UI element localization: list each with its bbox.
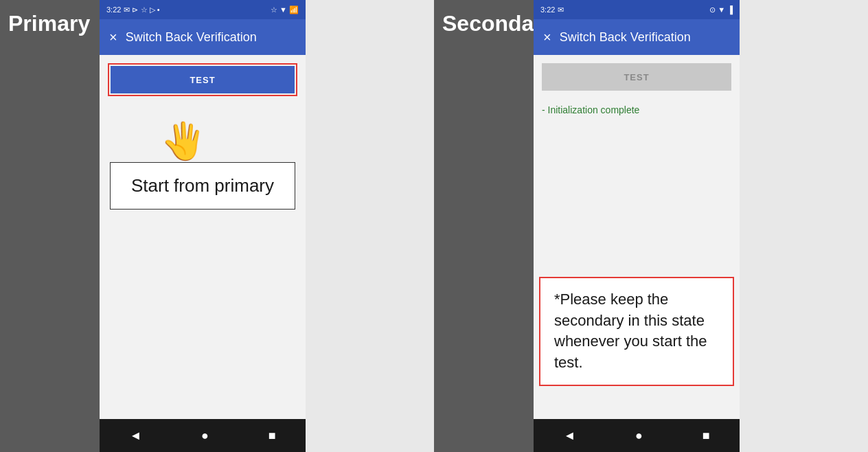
secondary-status-right: ⊙ ▼ ▐ <box>709 5 733 14</box>
primary-panel: Primary 3:22 ✉ ⊳ ☆ ▷ • ☆ ▼ 📶 × Switch Ba… <box>0 0 434 452</box>
secondary-spacer <box>740 0 868 452</box>
primary-close-icon[interactable]: × <box>109 30 117 45</box>
secondary-status-left: 3:22 ✉ <box>540 5 564 14</box>
primary-test-btn-wrapper: TEST <box>108 63 297 96</box>
primary-time: 3:22 <box>106 5 121 14</box>
secondary-init-text: - Initialization complete <box>542 104 639 115</box>
secondary-test-button: TEST <box>542 63 731 91</box>
primary-test-button[interactable]: TEST <box>111 66 295 93</box>
secondary-phone: 3:22 ✉ ⊙ ▼ ▐ × Switch Back Verification … <box>534 0 740 452</box>
primary-label: Primary <box>8 11 90 36</box>
primary-phone: 3:22 ✉ ⊳ ☆ ▷ • ☆ ▼ 📶 × Switch Back Verif… <box>100 0 306 452</box>
secondary-content: TEST - Initialization complete *Please k… <box>534 55 740 419</box>
secondary-home-icon[interactable]: ● <box>635 429 643 443</box>
note-box: *Please keep the secondary in this state… <box>539 277 734 386</box>
secondary-label-area: Secondary <box>434 0 534 452</box>
primary-status-right: ☆ ▼ 📶 <box>271 5 299 14</box>
primary-back-icon[interactable]: ◄ <box>129 429 141 443</box>
primary-spacer <box>306 0 434 452</box>
secondary-time: 3:22 <box>540 5 555 14</box>
secondary-recent-icon[interactable]: ■ <box>703 429 710 443</box>
primary-signal-icon: ☆ ▼ 📶 <box>271 5 299 14</box>
primary-app-bar-title: Switch Back Verification <box>126 30 257 45</box>
secondary-signal-icon: ⊙ ▼ ▐ <box>709 5 733 14</box>
primary-status-left: 3:22 ✉ ⊳ ☆ ▷ • <box>106 5 160 14</box>
secondary-status-bar: 3:22 ✉ ⊙ ▼ ▐ <box>534 0 740 19</box>
secondary-app-bar: × Switch Back Verification <box>534 19 740 55</box>
cursor-hand-icon: 🖐 <box>161 120 206 162</box>
secondary-status-icons: ✉ <box>558 5 564 14</box>
secondary-back-icon[interactable]: ◄ <box>563 429 575 443</box>
secondary-app-bar-title: Switch Back Verification <box>560 30 691 45</box>
primary-label-area: Primary <box>0 0 100 452</box>
primary-content: TEST 🖐 Start from primary <box>100 55 306 419</box>
start-from-primary-text: Start from primary <box>110 162 295 210</box>
primary-home-icon[interactable]: ● <box>201 429 209 443</box>
primary-status-icons: ✉ ⊳ ☆ ▷ • <box>124 5 159 14</box>
note-text: *Please keep the secondary in this state… <box>554 291 707 371</box>
secondary-close-icon[interactable]: × <box>543 30 551 45</box>
primary-recent-icon[interactable]: ■ <box>269 429 276 443</box>
primary-nav-bar: ◄ ● ■ <box>100 419 306 452</box>
secondary-nav-bar: ◄ ● ■ <box>534 419 740 452</box>
primary-app-bar: × Switch Back Verification <box>100 19 306 55</box>
secondary-panel: Secondary 3:22 ✉ ⊙ ▼ ▐ × Switch Back Ver… <box>434 0 868 452</box>
primary-status-bar: 3:22 ✉ ⊳ ☆ ▷ • ☆ ▼ 📶 <box>100 0 306 19</box>
